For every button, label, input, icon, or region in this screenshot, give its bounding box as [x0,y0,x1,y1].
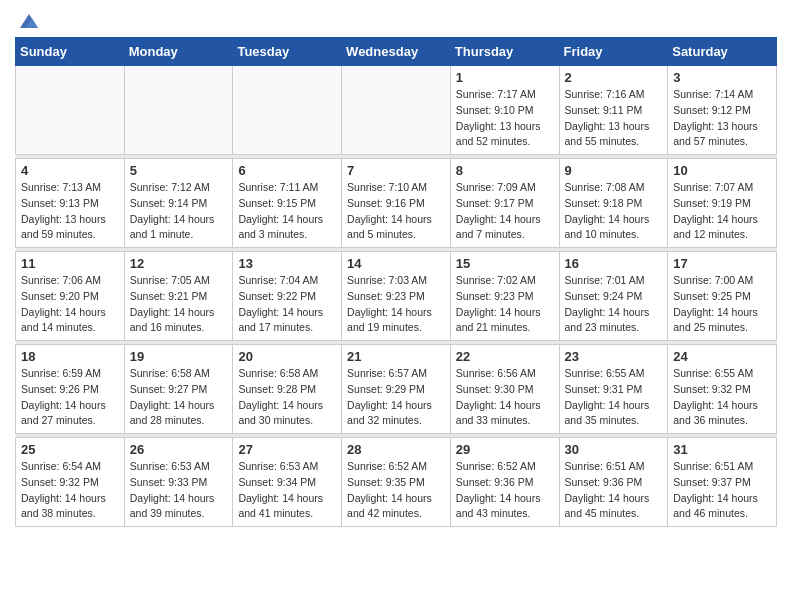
logo [15,10,40,31]
day-number: 10 [673,163,771,178]
day-number: 3 [673,70,771,85]
day-number: 5 [130,163,228,178]
day-info: Sunrise: 7:11 AM Sunset: 9:15 PM Dayligh… [238,180,336,243]
day-info: Sunrise: 7:09 AM Sunset: 9:17 PM Dayligh… [456,180,554,243]
calendar-cell: 6Sunrise: 7:11 AM Sunset: 9:15 PM Daylig… [233,159,342,248]
day-number: 20 [238,349,336,364]
calendar-cell: 17Sunrise: 7:00 AM Sunset: 9:25 PM Dayli… [668,252,777,341]
day-number: 31 [673,442,771,457]
weekday-header-wednesday: Wednesday [342,38,451,66]
calendar-cell: 25Sunrise: 6:54 AM Sunset: 9:32 PM Dayli… [16,438,125,527]
day-number: 22 [456,349,554,364]
day-info: Sunrise: 6:52 AM Sunset: 9:36 PM Dayligh… [456,459,554,522]
calendar-cell: 23Sunrise: 6:55 AM Sunset: 9:31 PM Dayli… [559,345,668,434]
calendar-cell: 10Sunrise: 7:07 AM Sunset: 9:19 PM Dayli… [668,159,777,248]
day-number: 4 [21,163,119,178]
calendar-week-3: 11Sunrise: 7:06 AM Sunset: 9:20 PM Dayli… [16,252,777,341]
day-info: Sunrise: 7:08 AM Sunset: 9:18 PM Dayligh… [565,180,663,243]
calendar-cell: 9Sunrise: 7:08 AM Sunset: 9:18 PM Daylig… [559,159,668,248]
day-number: 29 [456,442,554,457]
day-number: 14 [347,256,445,271]
calendar-week-1: 1Sunrise: 7:17 AM Sunset: 9:10 PM Daylig… [16,66,777,155]
calendar-cell: 11Sunrise: 7:06 AM Sunset: 9:20 PM Dayli… [16,252,125,341]
day-info: Sunrise: 6:55 AM Sunset: 9:31 PM Dayligh… [565,366,663,429]
day-number: 2 [565,70,663,85]
calendar-cell [233,66,342,155]
day-info: Sunrise: 7:12 AM Sunset: 9:14 PM Dayligh… [130,180,228,243]
calendar-cell: 31Sunrise: 6:51 AM Sunset: 9:37 PM Dayli… [668,438,777,527]
day-number: 25 [21,442,119,457]
calendar-cell: 13Sunrise: 7:04 AM Sunset: 9:22 PM Dayli… [233,252,342,341]
day-number: 1 [456,70,554,85]
day-info: Sunrise: 7:04 AM Sunset: 9:22 PM Dayligh… [238,273,336,336]
weekday-header-saturday: Saturday [668,38,777,66]
calendar-cell: 21Sunrise: 6:57 AM Sunset: 9:29 PM Dayli… [342,345,451,434]
day-info: Sunrise: 6:52 AM Sunset: 9:35 PM Dayligh… [347,459,445,522]
day-number: 27 [238,442,336,457]
weekday-header-sunday: Sunday [16,38,125,66]
day-number: 9 [565,163,663,178]
calendar-body: 1Sunrise: 7:17 AM Sunset: 9:10 PM Daylig… [16,66,777,527]
day-info: Sunrise: 7:01 AM Sunset: 9:24 PM Dayligh… [565,273,663,336]
calendar-cell: 1Sunrise: 7:17 AM Sunset: 9:10 PM Daylig… [450,66,559,155]
calendar-cell [342,66,451,155]
calendar-cell: 12Sunrise: 7:05 AM Sunset: 9:21 PM Dayli… [124,252,233,341]
day-number: 11 [21,256,119,271]
calendar-cell: 19Sunrise: 6:58 AM Sunset: 9:27 PM Dayli… [124,345,233,434]
calendar-cell: 26Sunrise: 6:53 AM Sunset: 9:33 PM Dayli… [124,438,233,527]
calendar-cell: 8Sunrise: 7:09 AM Sunset: 9:17 PM Daylig… [450,159,559,248]
day-info: Sunrise: 6:59 AM Sunset: 9:26 PM Dayligh… [21,366,119,429]
calendar-cell: 7Sunrise: 7:10 AM Sunset: 9:16 PM Daylig… [342,159,451,248]
calendar-cell: 15Sunrise: 7:02 AM Sunset: 9:23 PM Dayli… [450,252,559,341]
day-number: 8 [456,163,554,178]
calendar-week-2: 4Sunrise: 7:13 AM Sunset: 9:13 PM Daylig… [16,159,777,248]
day-info: Sunrise: 6:55 AM Sunset: 9:32 PM Dayligh… [673,366,771,429]
day-number: 17 [673,256,771,271]
calendar-cell [16,66,125,155]
calendar-cell: 2Sunrise: 7:16 AM Sunset: 9:11 PM Daylig… [559,66,668,155]
calendar-cell: 29Sunrise: 6:52 AM Sunset: 9:36 PM Dayli… [450,438,559,527]
day-number: 19 [130,349,228,364]
day-number: 18 [21,349,119,364]
calendar-cell: 30Sunrise: 6:51 AM Sunset: 9:36 PM Dayli… [559,438,668,527]
calendar-header: SundayMondayTuesdayWednesdayThursdayFrid… [16,38,777,66]
day-number: 13 [238,256,336,271]
calendar-cell: 14Sunrise: 7:03 AM Sunset: 9:23 PM Dayli… [342,252,451,341]
day-info: Sunrise: 6:57 AM Sunset: 9:29 PM Dayligh… [347,366,445,429]
weekday-header-monday: Monday [124,38,233,66]
day-info: Sunrise: 7:13 AM Sunset: 9:13 PM Dayligh… [21,180,119,243]
calendar-cell: 28Sunrise: 6:52 AM Sunset: 9:35 PM Dayli… [342,438,451,527]
day-info: Sunrise: 7:05 AM Sunset: 9:21 PM Dayligh… [130,273,228,336]
calendar-cell: 27Sunrise: 6:53 AM Sunset: 9:34 PM Dayli… [233,438,342,527]
day-info: Sunrise: 6:53 AM Sunset: 9:33 PM Dayligh… [130,459,228,522]
day-number: 28 [347,442,445,457]
day-info: Sunrise: 7:17 AM Sunset: 9:10 PM Dayligh… [456,87,554,150]
day-number: 24 [673,349,771,364]
day-info: Sunrise: 7:06 AM Sunset: 9:20 PM Dayligh… [21,273,119,336]
calendar-week-5: 25Sunrise: 6:54 AM Sunset: 9:32 PM Dayli… [16,438,777,527]
calendar-cell: 16Sunrise: 7:01 AM Sunset: 9:24 PM Dayli… [559,252,668,341]
day-info: Sunrise: 7:00 AM Sunset: 9:25 PM Dayligh… [673,273,771,336]
calendar-cell: 3Sunrise: 7:14 AM Sunset: 9:12 PM Daylig… [668,66,777,155]
day-info: Sunrise: 7:02 AM Sunset: 9:23 PM Dayligh… [456,273,554,336]
day-info: Sunrise: 6:53 AM Sunset: 9:34 PM Dayligh… [238,459,336,522]
calendar-table: SundayMondayTuesdayWednesdayThursdayFrid… [15,37,777,527]
day-number: 21 [347,349,445,364]
calendar-cell [124,66,233,155]
day-number: 23 [565,349,663,364]
weekday-header-thursday: Thursday [450,38,559,66]
day-info: Sunrise: 6:56 AM Sunset: 9:30 PM Dayligh… [456,366,554,429]
calendar-cell: 24Sunrise: 6:55 AM Sunset: 9:32 PM Dayli… [668,345,777,434]
day-number: 30 [565,442,663,457]
calendar-cell: 5Sunrise: 7:12 AM Sunset: 9:14 PM Daylig… [124,159,233,248]
page-header [15,10,777,31]
calendar-cell: 18Sunrise: 6:59 AM Sunset: 9:26 PM Dayli… [16,345,125,434]
calendar-cell: 20Sunrise: 6:58 AM Sunset: 9:28 PM Dayli… [233,345,342,434]
day-number: 15 [456,256,554,271]
day-number: 6 [238,163,336,178]
day-info: Sunrise: 7:03 AM Sunset: 9:23 PM Dayligh… [347,273,445,336]
day-number: 26 [130,442,228,457]
weekday-header-row: SundayMondayTuesdayWednesdayThursdayFrid… [16,38,777,66]
calendar-cell: 22Sunrise: 6:56 AM Sunset: 9:30 PM Dayli… [450,345,559,434]
day-info: Sunrise: 6:54 AM Sunset: 9:32 PM Dayligh… [21,459,119,522]
